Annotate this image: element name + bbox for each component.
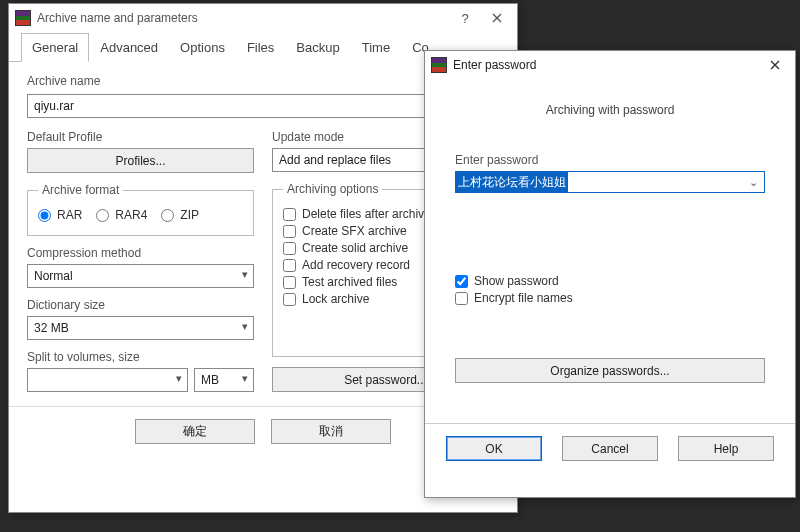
dictionary-label: Dictionary size — [27, 298, 254, 312]
tab-files[interactable]: Files — [236, 33, 285, 62]
pw-body: Archiving with password Enter password 上… — [425, 79, 795, 423]
tab-options[interactable]: Options — [169, 33, 236, 62]
compression-label: Compression method — [27, 246, 254, 260]
archive-name-input[interactable] — [27, 94, 431, 118]
split-unit-combo[interactable] — [194, 368, 254, 392]
pw-window-title: Enter password — [453, 58, 759, 72]
ok-button[interactable]: 确定 — [135, 419, 255, 444]
archive-format-label: Archive format — [38, 183, 123, 197]
compression-combo[interactable] — [27, 264, 254, 288]
pw-cancel-button[interactable]: Cancel — [562, 436, 658, 461]
tab-general[interactable]: General — [21, 33, 89, 62]
close-titlebutton[interactable] — [481, 6, 513, 30]
winrar-icon — [431, 57, 447, 73]
pw-footer: OK Cancel Help — [425, 423, 795, 473]
show-password-checkbox[interactable]: Show password — [455, 274, 765, 288]
dictionary-combo[interactable] — [27, 316, 254, 340]
password-input[interactable]: 上村花论坛看小姐姐 ⌄ — [455, 171, 765, 193]
pw-subtitle: Archiving with password — [455, 103, 765, 117]
pw-titlebar[interactable]: Enter password — [425, 51, 795, 79]
encrypt-names-checkbox[interactable]: Encrypt file names — [455, 291, 765, 305]
archive-format-group: Archive format RAR RAR4 ZIP — [27, 183, 254, 236]
format-zip[interactable]: ZIP — [161, 208, 199, 222]
chevron-down-icon[interactable]: ⌄ — [743, 176, 764, 189]
profiles-button[interactable]: Profiles... — [27, 148, 254, 173]
titlebar[interactable]: Archive name and parameters ? — [9, 4, 517, 32]
archiving-options-label: Archiving options — [283, 182, 382, 196]
pw-ok-button[interactable]: OK — [446, 436, 542, 461]
tab-time[interactable]: Time — [351, 33, 401, 62]
format-rar4[interactable]: RAR4 — [96, 208, 147, 222]
organize-passwords-button[interactable]: Organize passwords... — [455, 358, 765, 383]
tab-backup[interactable]: Backup — [285, 33, 350, 62]
default-profile-label: Default Profile — [27, 130, 254, 144]
window-title: Archive name and parameters — [37, 11, 449, 25]
format-rar[interactable]: RAR — [38, 208, 82, 222]
password-value: 上村花论坛看小姐姐 — [456, 172, 568, 192]
help-titlebutton[interactable]: ? — [449, 6, 481, 30]
split-label: Split to volumes, size — [27, 350, 254, 364]
tab-advanced[interactable]: Advanced — [89, 33, 169, 62]
split-size-combo[interactable] — [27, 368, 188, 392]
pw-help-button[interactable]: Help — [678, 436, 774, 461]
pw-enter-label: Enter password — [455, 153, 765, 167]
cancel-button[interactable]: 取消 — [271, 419, 391, 444]
pw-close-button[interactable] — [759, 53, 791, 77]
winrar-icon — [15, 10, 31, 26]
enter-password-window: Enter password Archiving with password E… — [424, 50, 796, 498]
